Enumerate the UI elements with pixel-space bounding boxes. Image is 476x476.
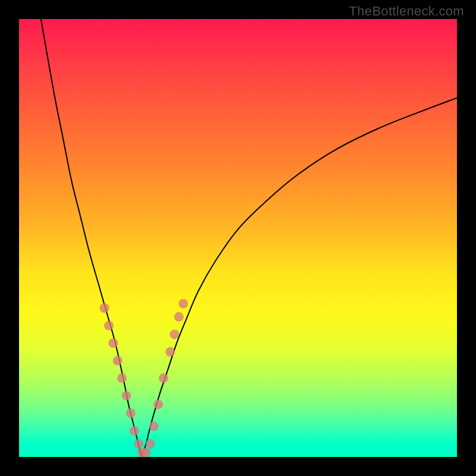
marker-point [165,347,175,356]
marker-point [121,391,131,400]
marker-point [170,330,179,339]
marker-point [113,356,123,365]
chart-overlay [19,19,457,457]
chart-frame: TheBottleneck.com [0,0,476,476]
marker-cluster [100,299,188,457]
marker-point [174,312,184,321]
marker-point [146,439,155,449]
marker-point [178,299,188,308]
marker-point [159,374,168,383]
marker-point [100,303,109,313]
marker-point [117,374,127,383]
plot-area [19,19,457,457]
marker-point [141,448,151,458]
marker-point [154,400,163,409]
marker-point [126,408,136,418]
marker-point [134,439,143,449]
marker-point [108,339,118,348]
marker-point [130,426,139,436]
watermark-text: TheBottleneck.com [349,4,464,19]
marker-point [149,421,159,431]
marker-point [104,321,114,330]
curve-right-arm [142,98,457,457]
